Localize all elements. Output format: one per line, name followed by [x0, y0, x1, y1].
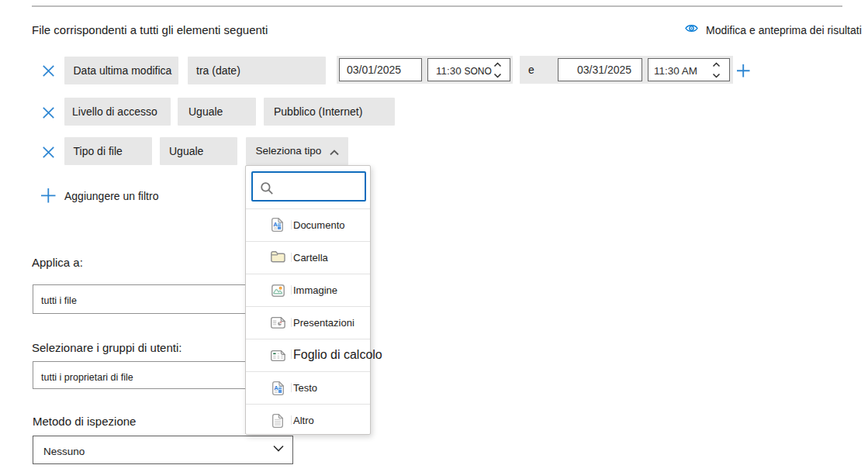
svg-text:A: A	[274, 384, 278, 391]
svg-text:A: A	[273, 221, 278, 228]
